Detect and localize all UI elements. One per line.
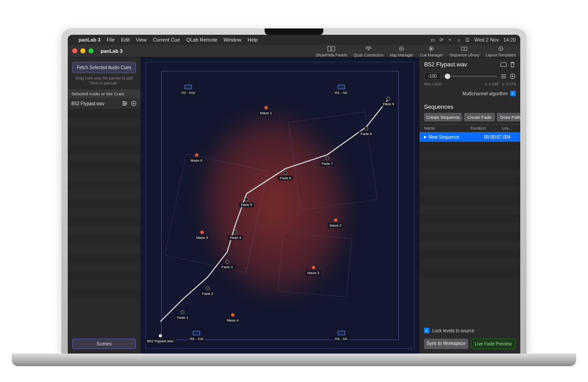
algo-checkbox[interactable]: ✓ <box>510 91 516 96</box>
lock-checkbox[interactable]: ✓ <box>424 328 429 333</box>
menu-help[interactable]: Help <box>247 37 258 42</box>
maze-node-3[interactable]: Maze 4 <box>225 313 240 323</box>
cue-row[interactable]: B52 Flypast.wav <box>68 98 140 109</box>
sequence-name: New Sequence <box>429 135 484 140</box>
window-controls[interactable] <box>72 48 93 53</box>
speaker-0[interactable]: R8 - NW <box>180 85 196 95</box>
settings-icon[interactable] <box>500 73 507 79</box>
max-level-label: Max Level <box>424 82 442 86</box>
svg-point-3 <box>400 47 404 51</box>
maze-node-5[interactable]: Maze 6 <box>189 153 204 163</box>
search-icon[interactable]: ⌕ <box>457 37 461 42</box>
tb-qlab-connection[interactable]: QLab Connection <box>354 45 383 57</box>
titlebar: panLab 3 Show/Hide Panels QLab Connectio… <box>68 45 520 57</box>
fade-path <box>141 57 419 335</box>
window-title: panLab 3 <box>101 48 122 54</box>
sync-icon[interactable]: ⟳ <box>439 37 443 43</box>
sync-workspace-button[interactable]: Sync to Workspace <box>424 339 468 349</box>
menu-qlab-remote[interactable]: QLab Remote <box>187 37 217 42</box>
sequence-table-header: Name Duration Lev... <box>420 124 520 132</box>
menu-current-cue[interactable]: Current Cue <box>153 37 180 42</box>
svg-rect-23 <box>501 62 506 66</box>
fade-node-2[interactable]: Fade 3 <box>220 260 235 270</box>
coord-y: y: 0.079 <box>502 82 516 86</box>
sequences-title: Sequences <box>420 100 520 113</box>
fade-node-0[interactable]: Fade 1 <box>175 310 190 320</box>
level-slider[interactable] <box>443 75 498 77</box>
fade-node-4[interactable]: Fade 5 <box>239 197 254 207</box>
fade-node-1[interactable]: Fade 2 <box>200 286 215 296</box>
cue-name: B52 Flypast.wav <box>71 101 119 106</box>
tb-layout-templates[interactable]: Layout Templates <box>486 45 516 57</box>
panner-canvas[interactable]: R8 - NWR8 - NER8 - SWR8 - SEFade 1Fade 2… <box>141 57 419 354</box>
speaker-1[interactable]: R8 - NE <box>333 85 349 95</box>
left-panel: Fetch Selected Audio Cues Drag cues onto… <box>68 57 141 354</box>
svg-point-19 <box>124 104 125 106</box>
svg-point-17 <box>123 101 124 102</box>
sequence-duration: 00:00:07.004 <box>484 135 516 140</box>
cue-list <box>68 109 140 335</box>
chevron-right-icon[interactable]: ▶ <box>424 135 427 139</box>
lock-label: Lock levels to source <box>432 328 474 333</box>
maze-node-0[interactable]: Maze 1 <box>258 106 274 116</box>
fade-node-3[interactable]: Fade 4 <box>228 230 243 240</box>
svg-rect-1 <box>332 46 335 51</box>
sequence-list <box>420 142 520 325</box>
panel-icon[interactable] <box>500 61 507 68</box>
trash-icon[interactable] <box>509 61 516 68</box>
speaker-2[interactable]: R8 - SW <box>188 331 205 341</box>
sliders-icon[interactable] <box>121 100 128 107</box>
right-panel: B52 Flypast.wav -100 Max Level x: 0.168 … <box>419 57 520 354</box>
tb-sequence-library[interactable]: Sequence Library <box>449 45 480 57</box>
cue-filename: B52 Flypast.wav <box>424 61 498 68</box>
svg-point-9 <box>500 48 501 49</box>
fetch-cues-button[interactable]: Fetch Selected Audio Cues <box>72 62 136 73</box>
path-start-node[interactable]: B52 Flypast.wav <box>145 334 176 344</box>
menu-file[interactable]: File <box>107 37 115 42</box>
tb-show-hide-panels[interactable]: Show/Hide Panels <box>316 45 347 57</box>
fade-node-6[interactable]: Fade 7 <box>320 156 335 166</box>
sequence-row[interactable]: ▶ New Sequence 00:00:07.004 <box>420 132 520 142</box>
fade-node-5[interactable]: Fade 6 <box>278 171 293 181</box>
maze-node-4[interactable]: Maze 5 <box>194 230 210 240</box>
menu-view[interactable]: View <box>136 37 147 42</box>
menu-window[interactable]: Window <box>224 37 241 42</box>
wifi-icon[interactable]: ᯤ <box>448 37 453 42</box>
live-preview-button[interactable]: Live Fade Preview <box>471 339 516 349</box>
menubar-time[interactable]: 14:20 <box>503 37 516 42</box>
fade-node-8[interactable]: Fade 9 <box>381 97 396 107</box>
menubar: panLab 3 File Edit View Current Cue QLab… <box>68 35 520 45</box>
create-fade-button[interactable]: Create Fade <box>464 113 495 121</box>
create-sequence-button[interactable]: Create Sequence <box>424 113 462 121</box>
speaker-3[interactable]: R8 - SE <box>334 331 349 341</box>
tb-cue-manager[interactable]: Cue Manager <box>420 45 443 57</box>
level-value[interactable]: -100 <box>424 72 440 80</box>
drag-hint: Drag cues onto the panner to add them to… <box>68 76 140 89</box>
menubar-date[interactable]: Wed 2 Nov <box>474 37 499 42</box>
svg-point-4 <box>401 48 402 49</box>
cues-section-header: Selected Audio or Mic Cues <box>68 89 140 98</box>
algo-label: Multichannel algorithm <box>462 91 508 96</box>
menu-app[interactable]: panLab 3 <box>79 37 100 42</box>
draw-path-button[interactable]: Draw Path <box>497 113 520 121</box>
menu-edit[interactable]: Edit <box>121 37 130 42</box>
maze-node-1[interactable]: Maze 2 <box>328 218 343 228</box>
svg-point-2 <box>368 49 369 50</box>
scenes-button[interactable]: Scenes <box>72 339 136 349</box>
add-icon[interactable] <box>131 100 137 107</box>
control-center-icon[interactable]: ☰ <box>465 37 470 43</box>
add-target-icon[interactable] <box>509 73 516 79</box>
svg-point-18 <box>125 103 126 104</box>
tb-map-manager[interactable]: Map Manager <box>390 45 413 57</box>
fade-node-7[interactable]: Fade 8 <box>359 126 374 136</box>
svg-rect-0 <box>328 46 331 51</box>
coord-x: x: 0.168 <box>485 82 499 86</box>
maze-node-2[interactable]: Maze 3 <box>306 266 321 275</box>
battery-icon[interactable]: ▭ <box>430 37 435 43</box>
